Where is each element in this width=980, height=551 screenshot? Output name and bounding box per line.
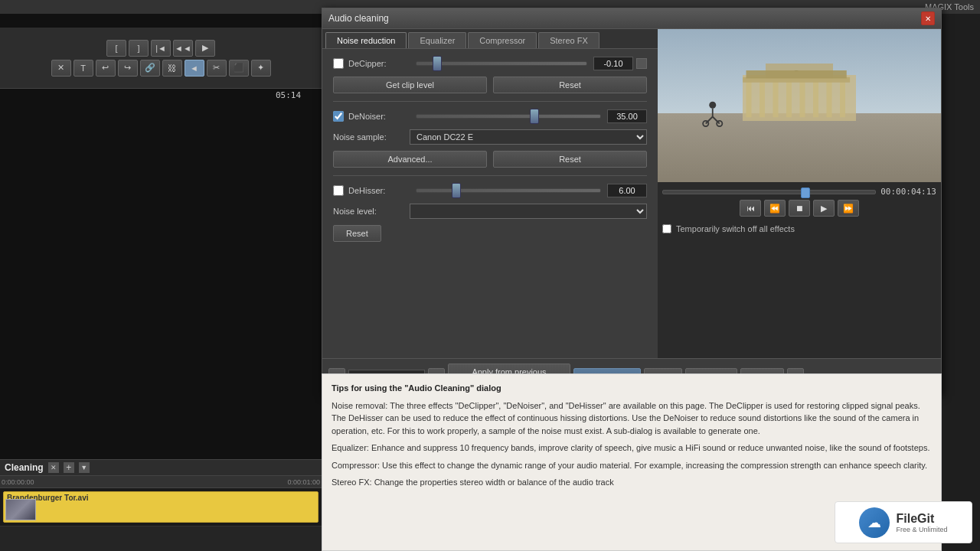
switch-row: Temporarily switch off all effects — [658, 221, 941, 236]
declipper-checkbox[interactable] — [333, 58, 344, 69]
svg-rect-9 — [746, 70, 846, 79]
timeline-header: Cleaning ✕ + ▼ — [0, 460, 322, 476]
svg-point-11 — [710, 102, 717, 109]
tips-text-2: Equalizer: Enhance and suppress 10 frequ… — [332, 442, 932, 455]
tool-select[interactable]: ◄ — [185, 60, 204, 77]
dehisser-checkbox[interactable] — [333, 185, 344, 196]
time-display: 00:00:04:13 — [880, 187, 936, 197]
fast-forward-button[interactable]: ⏩ — [838, 200, 859, 217]
svg-line-14 — [713, 117, 720, 124]
tool-text[interactable]: T — [74, 60, 93, 77]
play-button[interactable]: ▶ — [813, 200, 835, 217]
dialog-close-button[interactable]: ✕ — [921, 11, 935, 25]
dehisser-row: DeHisser: — [333, 184, 647, 197]
noise-sample-row: Noise sample: Canon DC22 E — [333, 129, 647, 145]
svg-rect-6 — [826, 80, 831, 117]
timeline-add-button[interactable]: + — [64, 462, 74, 473]
tool-redo[interactable]: ↪ — [118, 60, 138, 77]
dialog-title: Audio cleaning — [328, 13, 389, 24]
tool-mark-out[interactable]: ] — [129, 40, 149, 57]
tool-play[interactable]: ▶ — [195, 40, 215, 57]
switch-off-effects-checkbox[interactable] — [662, 224, 671, 233]
svg-rect-3 — [786, 80, 792, 117]
toolbar-area: [ ] |◄ ◄◄ ▶ ✕ T ↩ ↪ 🔗 ⛓ ◄ ✂ ⬛ ✦ — [0, 28, 322, 89]
tool-skip-back[interactable]: |◄ — [151, 40, 171, 57]
dehisser-reset-button[interactable]: Reset — [333, 225, 381, 242]
toolbar-row-1: [ ] |◄ ◄◄ ▶ — [106, 40, 215, 57]
tips-text-4: Stereo FX: Change the properties stereo … — [332, 476, 932, 489]
tips-text-3: Compressor: Use this effect to change th… — [332, 459, 932, 472]
tab-compressor[interactable]: Compressor — [468, 32, 537, 48]
skip-to-start-button[interactable]: ⏮ — [740, 200, 761, 217]
progress-bar-row: 00:00:04:13 — [662, 187, 936, 197]
filegit-text: FileGit Free & Unlimited — [896, 512, 947, 533]
denoiser-slider[interactable] — [416, 114, 601, 119]
svg-rect-0 — [746, 80, 751, 117]
dehisser-slider[interactable] — [416, 188, 601, 193]
timeline-ruler: 0:00:00:00 0:00:01:00 — [0, 476, 322, 488]
tool-delete[interactable]: ✕ — [51, 60, 71, 77]
tool-mark-in[interactable]: [ — [106, 40, 126, 57]
filegit-icon: ☁ — [859, 507, 890, 538]
tool-prev[interactable]: ◄◄ — [173, 40, 193, 57]
stop-button[interactable]: ⏹ — [789, 200, 810, 217]
noise-sample-select[interactable]: Canon DC22 E — [410, 129, 647, 145]
track-thumbnail — [5, 499, 36, 520]
tool-misc[interactable]: ✦ — [251, 60, 271, 77]
declipper-small-button[interactable] — [636, 58, 647, 69]
tool-move[interactable]: ⬛ — [229, 60, 249, 77]
tips-text-1: Noise removal: The three effects "DeClip… — [332, 399, 932, 438]
declipper-slider[interactable] — [416, 61, 587, 66]
tool-undo[interactable]: ↩ — [96, 60, 116, 77]
ruler-time-start: 0:00:00:00 — [2, 478, 34, 486]
timeline-arrow-button[interactable]: ▼ — [79, 462, 90, 473]
ruler-time-mid: 0:00:01:00 — [287, 478, 320, 486]
preview-image — [658, 29, 941, 182]
timeline-area: Cleaning ✕ + ▼ 0:00:00:00 0:00:01:00 Bra… — [0, 459, 322, 551]
denoiser-value[interactable] — [607, 109, 647, 123]
svg-rect-5 — [813, 80, 818, 117]
denoiser-label: DeNoiser: — [348, 112, 410, 121]
tool-unlink[interactable]: ⛓ — [162, 60, 182, 77]
filegit-tagline: Free & Unlimited — [896, 526, 947, 533]
controls-row: ⏮ ⏪ ⏹ ▶ ⏩ — [662, 200, 936, 217]
declipper-reset-button[interactable]: Reset — [493, 77, 647, 93]
tool-link[interactable]: 🔗 — [140, 60, 160, 77]
declipper-row: DeCipper: — [333, 57, 647, 70]
divider-1 — [333, 101, 647, 102]
preview-cyclist-svg — [691, 99, 734, 127]
tips-title: Tips for using the "Audio Cleaning" dial… — [332, 382, 932, 395]
preview-scene — [658, 29, 941, 182]
svg-rect-4 — [799, 80, 805, 117]
divider-2 — [333, 175, 647, 176]
audio-cleaning-dialog: Audio cleaning ✕ Noise reduction Equaliz… — [322, 8, 942, 395]
timeline-close-button[interactable]: ✕ — [48, 462, 59, 473]
preview-gate-svg — [729, 70, 871, 124]
denoiser-row: DeNoiser: — [333, 109, 647, 123]
get-clip-level-button[interactable]: Get clip level — [333, 77, 487, 93]
tab-stereo-fx[interactable]: Stereo FX — [538, 32, 599, 48]
tab-equalizer[interactable]: Equalizer — [408, 32, 466, 48]
dehisser-value[interactable] — [607, 184, 647, 197]
track-clip[interactable]: Brandenburger Tor.avi — [3, 491, 318, 523]
left-area: [ ] |◄ ◄◄ ▶ ✕ T ↩ ↪ 🔗 ⛓ ◄ ✂ ⬛ ✦ 05:14 Cl… — [0, 14, 322, 551]
switch-label: Temporarily switch off all effects — [676, 224, 795, 233]
filegit-logo: ☁ FileGit Free & Unlimited — [835, 501, 972, 543]
progress-track[interactable] — [662, 190, 876, 194]
svg-rect-1 — [760, 80, 765, 117]
filegit-name: FileGit — [896, 512, 947, 526]
svg-rect-7 — [840, 80, 845, 117]
noise-level-select[interactable] — [410, 204, 647, 219]
tool-razor[interactable]: ✂ — [207, 60, 227, 77]
declipper-value[interactable] — [593, 57, 633, 70]
denoiser-reset-button[interactable]: Reset — [493, 151, 647, 168]
dialog-body: Noise reduction Equalizer Compressor Ste… — [322, 29, 941, 358]
rewind-button[interactable]: ⏪ — [764, 200, 786, 217]
tab-bar: Noise reduction Equalizer Compressor Ste… — [322, 29, 658, 49]
advanced-button[interactable]: Advanced... — [333, 151, 487, 168]
dialog-right-panel: 00:00:04:13 ⏮ ⏪ ⏹ ▶ ⏩ Temporarily switch… — [658, 29, 941, 358]
timeline-track: Brandenburger Tor.avi — [0, 488, 322, 527]
noise-level-row: Noise level: — [333, 204, 647, 219]
denoiser-checkbox[interactable] — [333, 111, 344, 122]
tab-noise-reduction[interactable]: Noise reduction — [325, 32, 407, 48]
